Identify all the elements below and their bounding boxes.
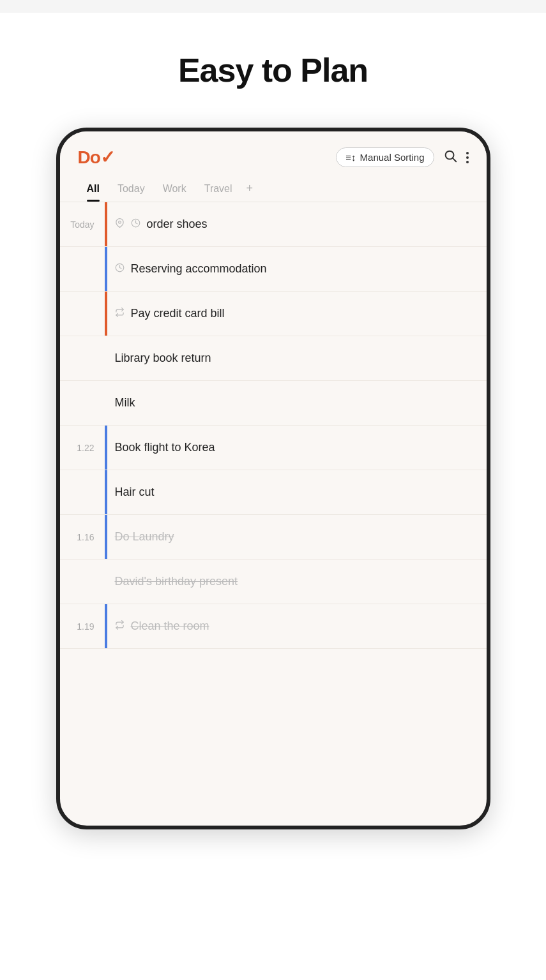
- app-logo: Do✓: [78, 147, 114, 168]
- task-text: Clean the room: [131, 620, 209, 633]
- logo-text: Do: [78, 147, 100, 167]
- list-item[interactable]: Today order shoe: [60, 202, 487, 247]
- task-indicator: [105, 336, 107, 380]
- task-text: Library book return: [115, 352, 211, 365]
- tab-travel[interactable]: Travel: [195, 177, 241, 201]
- page-wrapper: Easy to Plan Do✓ ≡↕ Manual Sorting: [0, 13, 546, 980]
- sort-label: Manual Sorting: [360, 152, 425, 163]
- task-text: David's birthday present: [115, 575, 238, 588]
- task-content: Library book return: [115, 341, 487, 375]
- list-item[interactable]: Reserving accommodation: [60, 247, 487, 292]
- list-item[interactable]: 1.16 Do Laundry: [60, 515, 487, 560]
- svg-line-1: [453, 158, 456, 161]
- app-header: Do✓ ≡↕ Manual Sorting: [60, 131, 487, 175]
- list-item[interactable]: Pay credit card bill: [60, 292, 487, 336]
- task-content: order shoes: [115, 207, 487, 241]
- page-title: Easy to Plan: [178, 51, 368, 89]
- task-text: Reserving accommodation: [131, 262, 267, 276]
- list-item[interactable]: Hair cut: [60, 470, 487, 515]
- svg-point-2: [118, 221, 121, 223]
- task-date: 1.16: [60, 532, 105, 542]
- tab-today[interactable]: Today: [109, 177, 154, 201]
- task-indicator: [105, 515, 107, 559]
- list-item[interactable]: 1.19 Clean the room: [60, 604, 487, 649]
- tab-all[interactable]: All: [78, 177, 109, 201]
- repeat-icon: [115, 308, 125, 320]
- task-content: Pay credit card bill: [115, 297, 487, 330]
- list-item[interactable]: Library book return: [60, 336, 487, 381]
- task-text: Do Laundry: [115, 530, 174, 544]
- more-icon[interactable]: [466, 152, 469, 163]
- clock-icon: [131, 218, 140, 230]
- add-tab-button[interactable]: +: [241, 175, 259, 202]
- phone-frame: Do✓ ≡↕ Manual Sorting: [56, 128, 490, 829]
- pin-icon: [115, 218, 125, 230]
- task-text: Book flight to Korea: [115, 441, 215, 454]
- sort-icon: ≡↕: [345, 152, 356, 163]
- task-content: David's birthday present: [115, 565, 487, 598]
- logo-symbol: ✓: [100, 147, 114, 167]
- task-indicator: [105, 292, 107, 336]
- task-date: 1.19: [60, 621, 105, 632]
- task-indicator: [105, 247, 107, 291]
- repeat-icon: [115, 620, 125, 632]
- task-content: Book flight to Korea: [115, 431, 487, 464]
- sort-button[interactable]: ≡↕ Manual Sorting: [336, 147, 434, 167]
- task-indicator: [105, 470, 107, 514]
- task-text: Pay credit card bill: [131, 307, 225, 320]
- header-actions: ≡↕ Manual Sorting: [336, 147, 468, 167]
- list-item[interactable]: 1.22 Book flight to Korea: [60, 426, 487, 470]
- task-text: Hair cut: [115, 486, 155, 499]
- search-icon[interactable]: [443, 149, 457, 167]
- tabs-bar: All Today Work Travel +: [60, 175, 487, 202]
- task-text: Milk: [115, 396, 135, 410]
- task-indicator: [105, 202, 107, 246]
- task-text: order shoes: [147, 218, 208, 231]
- clock-icon: [115, 263, 125, 275]
- task-date: 1.22: [60, 443, 105, 453]
- task-list: Today order shoe: [60, 202, 487, 649]
- list-item[interactable]: Milk: [60, 381, 487, 426]
- task-content: Hair cut: [115, 475, 487, 509]
- task-indicator: [105, 560, 107, 604]
- task-content: Clean the room: [115, 609, 487, 643]
- task-content: Do Laundry: [115, 520, 487, 554]
- task-indicator: [105, 604, 107, 648]
- list-item[interactable]: David's birthday present: [60, 560, 487, 604]
- task-content: Reserving accommodation: [115, 252, 487, 286]
- task-indicator: [105, 426, 107, 470]
- task-content: Milk: [115, 386, 487, 420]
- task-indicator: [105, 381, 107, 425]
- task-date: Today: [60, 219, 105, 230]
- tab-work[interactable]: Work: [154, 177, 195, 201]
